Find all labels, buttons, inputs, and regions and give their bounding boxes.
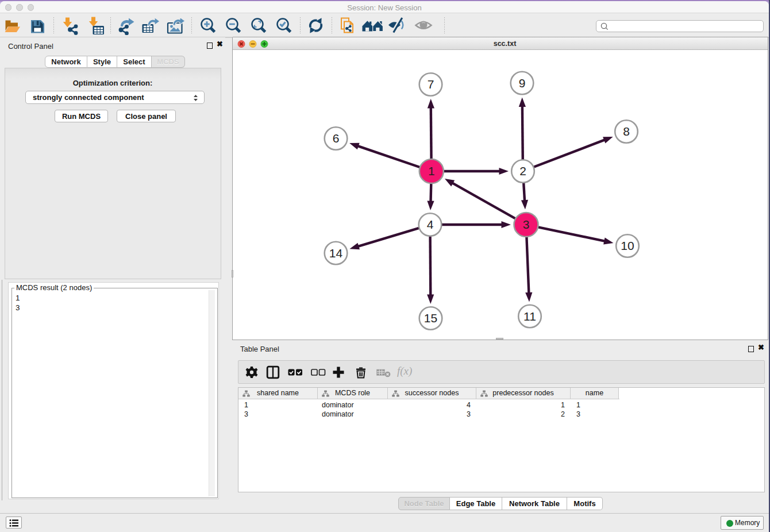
svg-text:11: 11 [523,310,536,323]
svg-text:6: 6 [333,132,340,145]
svg-text:3: 3 [523,218,530,231]
svg-text:14: 14 [329,246,343,260]
svg-text:15: 15 [424,311,437,325]
svg-text:8: 8 [623,125,630,138]
svg-text:7: 7 [428,78,434,91]
svg-text:4: 4 [427,218,434,231]
svg-text:9: 9 [519,76,526,90]
svg-text:1: 1 [428,164,435,178]
svg-text:2: 2 [519,164,526,178]
svg-text:10: 10 [621,239,634,252]
